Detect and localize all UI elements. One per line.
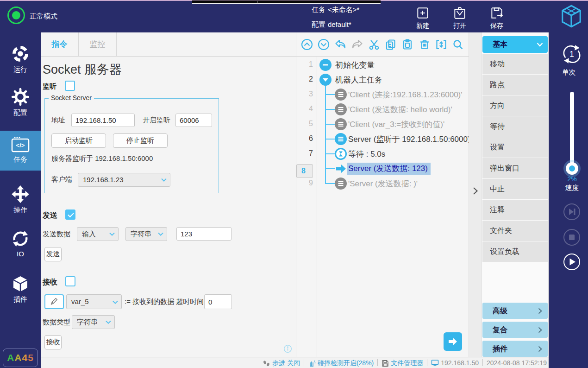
sidebar-item-run[interactable]: 运行	[0, 44, 41, 74]
paste-icon[interactable]	[401, 38, 414, 51]
page-title: Socket 服务器	[43, 61, 122, 78]
step-mode-status[interactable]: 步进 关闭	[263, 359, 300, 368]
delete-icon[interactable]	[418, 38, 431, 51]
recv-checkbox[interactable]	[65, 276, 75, 286]
new-task-label: 新建	[408, 22, 437, 30]
new-task-button[interactable]: 新建	[408, 6, 437, 30]
palette-item-wait[interactable]: 等待	[482, 116, 548, 137]
tree-row[interactable]: 2 机器人主任务	[296, 72, 469, 87]
collapse-all-icon[interactable]	[300, 38, 313, 51]
palette-item-move[interactable]: 移动	[482, 54, 548, 74]
palette-group-advanced[interactable]: 高级	[482, 303, 548, 319]
instruction-palette: 基本 移动 路点 方向 等待 设置 弹出窗口 中止 注释 文件夹 设置负载 高级…	[482, 32, 549, 357]
tab-instruction[interactable]: 指令	[41, 32, 79, 56]
open-task-button[interactable]: 打开	[445, 6, 474, 30]
tree-row[interactable]: 6 Server (监听于 192.168.1.50:6000)	[296, 132, 469, 146]
sidebar-item-io[interactable]: IO	[0, 229, 41, 258]
goto-current-step-button[interactable]	[444, 332, 462, 351]
sidebar-item-operate[interactable]: 操作	[0, 184, 41, 215]
user-badge[interactable]: AA45	[3, 349, 38, 367]
move-arrows-icon	[11, 184, 30, 204]
search-icon[interactable]	[451, 38, 464, 51]
cut-icon[interactable]	[368, 38, 381, 51]
insert-icon[interactable]	[435, 38, 448, 51]
program-tree-panel: 1 初始化变量 2 机器人主任务 3 'Client (连接:192.168.1…	[296, 32, 469, 357]
send-checkbox[interactable]	[65, 209, 75, 220]
play-icon	[564, 254, 579, 269]
task-value: <未命名>*	[328, 6, 359, 14]
row-number: 1	[296, 60, 313, 69]
open-file-icon	[452, 6, 467, 20]
speed-label: 速度	[549, 184, 588, 192]
send-source-select[interactable]: 输入	[77, 227, 119, 241]
save-task-button[interactable]: 保存	[482, 6, 511, 30]
stop-listen-button[interactable]: 停止监听	[113, 133, 168, 148]
datatype-select[interactable]: 字符串	[72, 315, 115, 329]
config-value: default*	[328, 20, 351, 28]
send-type-value: 字符串	[131, 230, 151, 238]
tree-row[interactable]: 9 'Server (发送数据: )'	[296, 176, 469, 191]
gear-icon	[11, 87, 30, 107]
chevron-down-icon	[158, 232, 163, 236]
tree-row[interactable]: 1 初始化变量	[296, 57, 469, 72]
edit-variable-button[interactable]	[44, 294, 64, 309]
palette-item-folder[interactable]: 文件夹	[482, 221, 548, 241]
stop-button[interactable]	[563, 229, 580, 246]
tree-row[interactable]: 3 'Client (连接:192.168.1.23:6000)'	[296, 87, 469, 102]
recv-button[interactable]: 接收	[44, 335, 62, 349]
sidebar-item-plugin[interactable]: 插件	[0, 275, 41, 304]
palette-item-set[interactable]: 设置	[482, 137, 548, 158]
row-number: 9	[296, 179, 313, 187]
client-select-value: 192.168.1.23	[83, 176, 124, 184]
ip-status[interactable]: 192.168.1.50	[431, 359, 479, 367]
tree-row[interactable]: 7 等待 : 5.0s	[296, 146, 469, 161]
port-input[interactable]	[175, 114, 212, 127]
current-step-arrow-icon	[335, 163, 347, 175]
ip-text: 192.168.1.50	[441, 359, 479, 367]
send-value-input[interactable]	[176, 227, 231, 241]
play-button[interactable]	[563, 254, 580, 270]
datatype-value: 字符串	[77, 318, 98, 326]
sidebar-item-task[interactable]: </> 任务	[0, 131, 41, 171]
copy-icon[interactable]	[384, 38, 397, 51]
listen-label: 监听	[43, 82, 56, 91]
row-label: 初始化变量	[335, 60, 375, 70]
address-input[interactable]	[71, 114, 135, 127]
step-next-button[interactable]	[563, 203, 580, 220]
sidebar-item-config[interactable]: 配置	[0, 87, 41, 117]
send-button[interactable]: 发送	[44, 247, 62, 261]
palette-group-plugin[interactable]: 插件	[482, 341, 548, 357]
listen-checkbox[interactable]	[65, 81, 75, 91]
recv-timeout-input[interactable]	[204, 294, 232, 309]
palette-item-abort[interactable]: 中止	[482, 179, 548, 199]
tree-row[interactable]: 4 'Client (发送数据: hello world)'	[296, 102, 469, 117]
tab-monitor[interactable]: 监控	[79, 32, 117, 56]
client-select[interactable]: 192.168.1.23	[78, 173, 170, 187]
speed-slider-knob[interactable]	[566, 162, 578, 175]
send-type-select[interactable]: 字符串	[125, 227, 167, 241]
recv-var-select[interactable]: var_5	[66, 294, 122, 309]
tree-row[interactable]: 8 Server (发送数据: 123)	[296, 161, 469, 176]
palette-item-direction[interactable]: 方向	[482, 95, 548, 116]
redo-icon[interactable]	[351, 38, 364, 51]
collision-status[interactable]: 碰撞检测开启(28%)	[308, 359, 374, 368]
palette-group-label: 插件	[493, 345, 507, 353]
palette-item-payload[interactable]: 设置负载	[482, 241, 548, 262]
palette-item-popup[interactable]: 弹出窗口	[482, 158, 548, 178]
file-manager-link[interactable]: 文件管理器	[382, 359, 423, 368]
palette-category-basic[interactable]: 基本	[482, 36, 548, 53]
info-icon[interactable]	[283, 344, 292, 353]
palette-item-waypoint[interactable]: 路点	[482, 75, 548, 95]
palette-item-comment[interactable]: 注释	[482, 200, 548, 220]
tree-row[interactable]: 5 'Client (var_3:=接收到的值)'	[296, 117, 469, 132]
start-listen-button[interactable]: 启动监听	[51, 133, 106, 148]
tree-panel-expander[interactable]	[469, 32, 482, 357]
single-run-icon[interactable]: 1	[560, 43, 583, 66]
speed-slider-track[interactable]	[570, 92, 574, 170]
row-label: 'Server (发送数据: )'	[348, 178, 418, 189]
collapse-node-icon[interactable]	[319, 74, 332, 86]
program-tree: 1 初始化变量 2 机器人主任务 3 'Client (连接:192.168.1…	[296, 57, 469, 357]
undo-icon[interactable]	[334, 38, 347, 51]
palette-group-composite[interactable]: 复合	[482, 322, 548, 338]
expand-all-icon[interactable]	[317, 38, 330, 51]
